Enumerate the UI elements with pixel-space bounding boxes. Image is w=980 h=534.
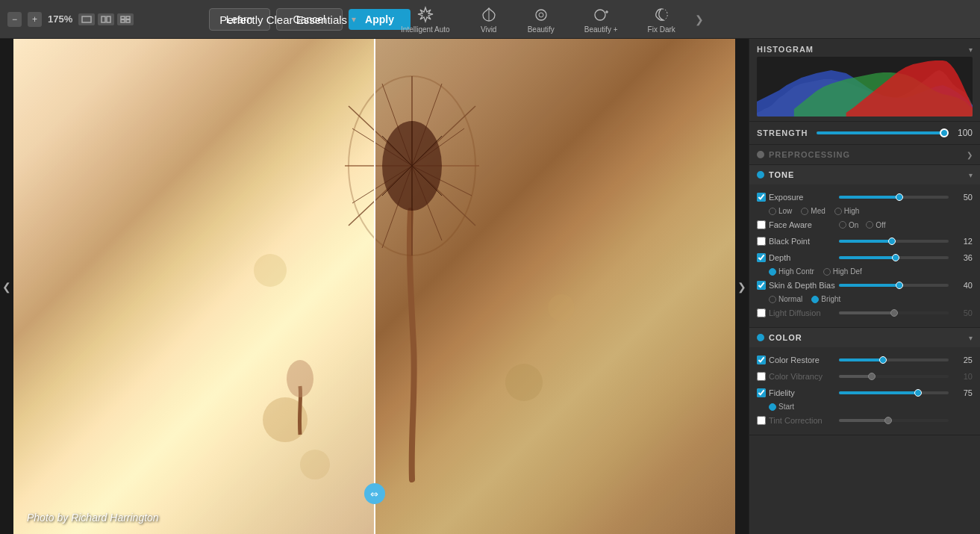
light-diffusion-checkbox[interactable] — [757, 308, 766, 317]
tint-correction-thumb[interactable] — [884, 417, 892, 424]
color-vibrancy-thumb[interactable] — [868, 373, 876, 380]
exposure-radio-low[interactable]: Low — [769, 207, 792, 215]
light-diffusion-slider[interactable] — [839, 311, 949, 314]
photo-credit: Photo by Richard Harrington — [27, 512, 159, 524]
color-restore-checkbox[interactable] — [757, 356, 766, 364]
depth-checkbox[interactable] — [757, 253, 766, 262]
depth-label: Depth — [769, 253, 836, 262]
fidelity-radio-start[interactable]: Start — [769, 403, 794, 411]
strength-slider[interactable] — [817, 131, 944, 134]
histogram-arrow[interactable]: ▾ — [969, 46, 973, 54]
add-button[interactable]: + — [28, 12, 42, 27]
preset-beautify[interactable]: Beautify — [513, 3, 569, 37]
skin-depth-bias-fill — [839, 284, 899, 287]
view-grid[interactable] — [117, 13, 134, 25]
preprocessing-arrow: ❯ — [967, 151, 973, 159]
depth-slider[interactable] — [839, 256, 949, 259]
skin-depth-bias-slider[interactable] — [839, 284, 949, 287]
skin-bright-label: Bright — [821, 295, 840, 303]
view-split[interactable] — [98, 13, 114, 25]
right-nav-arrow[interactable]: ❯ — [735, 39, 749, 534]
preset-intelligent-auto[interactable]: Intelligent Auto — [386, 3, 465, 37]
view-icons — [78, 13, 134, 25]
preprocessing-title: PREPROCESSING — [769, 150, 962, 159]
black-point-fill — [839, 240, 892, 243]
fidelity-slider[interactable] — [839, 391, 949, 394]
svg-point-40 — [548, 294, 575, 321]
black-point-slider[interactable] — [839, 240, 949, 243]
exposure-row: Exposure 50 — [757, 189, 973, 205]
beautify-plus-icon — [592, 6, 610, 24]
tint-correction-checkbox[interactable] — [757, 416, 766, 425]
presets-next-arrow[interactable]: ❯ — [690, 13, 708, 25]
depth-high-contr-dot — [769, 268, 776, 276]
preset-beautify-plus[interactable]: Beautify + — [569, 3, 633, 37]
face-aware-off-label: Off — [876, 221, 885, 229]
color-section: COLOR ▾ Color Restore 25 Color V — [749, 328, 980, 435]
depth-thumb[interactable] — [892, 254, 899, 261]
preset-vivid[interactable]: Vivid — [465, 3, 513, 37]
color-vibrancy-fill — [839, 375, 872, 378]
black-point-checkbox[interactable] — [757, 237, 766, 246]
color-vibrancy-checkbox[interactable] — [757, 372, 766, 381]
skin-radio-normal[interactable]: Normal — [769, 295, 802, 303]
right-panel: HISTOGRAM ▾ STRENGTH — [749, 39, 980, 534]
skin-depth-bias-checkbox[interactable] — [757, 281, 766, 290]
view-single[interactable] — [78, 13, 95, 25]
preset-vivid-label: Vivid — [481, 25, 497, 34]
face-aware-off-dot — [866, 221, 873, 229]
strength-row: STRENGTH 100 — [749, 122, 980, 145]
exposure-label: Exposure — [769, 193, 836, 202]
skin-radio-row: Normal Bright — [757, 294, 973, 305]
exposure-radio-med[interactable]: Med — [801, 207, 825, 215]
face-aware-radio-on[interactable]: On — [839, 221, 858, 229]
light-diffusion-value: 50 — [952, 308, 973, 317]
preset-intelligent-auto-label: Intelligent Auto — [401, 25, 450, 34]
skin-radio-bright[interactable]: Bright — [811, 295, 840, 303]
left-nav-arrow[interactable]: ❮ — [0, 39, 13, 534]
preset-fix-dark[interactable]: Fix Dark — [633, 3, 690, 37]
tint-correction-label: Tint Correction — [769, 416, 836, 425]
face-aware-radio-off[interactable]: Off — [866, 221, 885, 229]
tint-correction-fill — [839, 419, 888, 422]
color-restore-thumb[interactable] — [879, 356, 887, 364]
depth-radio-high-def[interactable]: High Def — [823, 267, 862, 276]
main-area: ❮ — [0, 39, 980, 534]
exposure-radio-high[interactable]: High — [834, 207, 860, 215]
strength-fill — [817, 131, 944, 134]
skin-normal-dot — [769, 296, 776, 303]
fidelity-checkbox[interactable] — [757, 388, 766, 397]
svg-point-38 — [300, 450, 330, 479]
svg-rect-5 — [121, 19, 125, 22]
color-header[interactable]: COLOR ▾ — [749, 328, 980, 347]
face-aware-checkbox[interactable] — [757, 220, 766, 229]
preset-beautify-label: Beautify — [528, 25, 555, 34]
tint-correction-row: Tint Correction — [757, 412, 973, 429]
strength-thumb[interactable] — [940, 128, 949, 137]
tone-section: TONE ▾ Exposure 50 — [749, 165, 980, 328]
color-vibrancy-slider[interactable] — [839, 375, 949, 378]
preprocessing-header[interactable]: PREPROCESSING ❯ — [749, 145, 980, 164]
image-area: ⇔ Photo by Richard Harrington — [13, 39, 735, 534]
split-line — [374, 39, 375, 534]
black-point-thumb[interactable] — [888, 237, 896, 245]
split-handle[interactable]: ⇔ — [364, 483, 385, 504]
exposure-slider[interactable] — [839, 196, 949, 199]
exposure-checkbox[interactable] — [757, 193, 766, 202]
exposure-thumb[interactable] — [896, 193, 903, 201]
skin-depth-bias-label: Skin & Depth Bias — [769, 281, 836, 290]
tint-correction-slider[interactable] — [839, 419, 949, 422]
light-diffusion-thumb[interactable] — [890, 309, 898, 317]
black-point-value: 12 — [952, 237, 973, 246]
preset-dropdown-arrow[interactable]: ▾ — [352, 14, 356, 25]
vivid-icon — [480, 6, 498, 24]
skin-depth-bias-thumb[interactable] — [896, 282, 903, 289]
fidelity-thumb[interactable] — [914, 389, 922, 397]
depth-radio-high-contr[interactable]: High Contr — [769, 267, 814, 276]
color-restore-slider[interactable] — [839, 358, 949, 361]
minimize-button[interactable]: − — [7, 12, 22, 27]
tone-header[interactable]: TONE ▾ — [749, 165, 980, 184]
fidelity-row: Fidelity 75 — [757, 385, 973, 401]
tone-dot — [757, 171, 764, 178]
depth-high-def-label: High Def — [833, 267, 862, 276]
